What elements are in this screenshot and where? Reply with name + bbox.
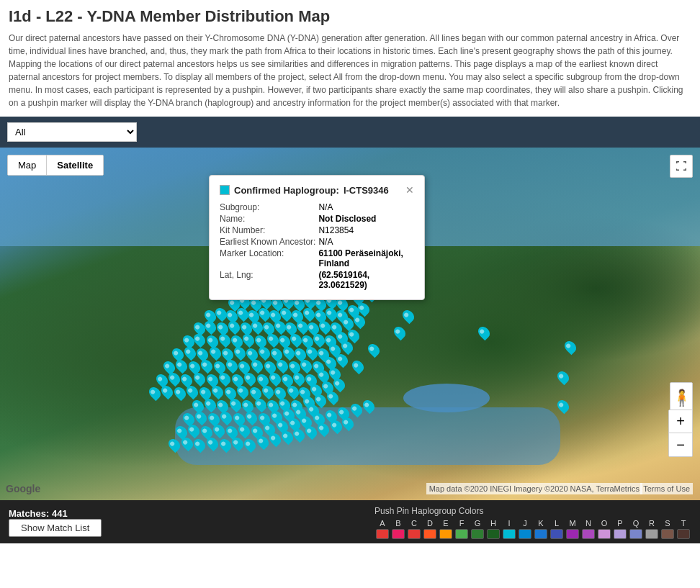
legend-item-swatch (582, 529, 595, 539)
kit-value: N123854 (318, 225, 414, 236)
terms-link[interactable]: Terms of Use (640, 483, 693, 494)
legend-item-swatch (629, 529, 642, 539)
subgroup-value: N/A (318, 202, 414, 213)
kit-label: Kit Number: (220, 225, 318, 236)
legend-item-label: B (395, 519, 400, 528)
legend-item-swatch (566, 529, 579, 539)
page-wrapper: I1d - L22 - Y-DNA Member Distribution Ma… (0, 0, 700, 543)
legend-item-label: I (508, 519, 510, 528)
info-popup: Confirmed Haplogroup: I-CTS9346 ✕ Subgro… (209, 175, 425, 300)
legend-item-swatch (661, 529, 674, 539)
legend-item-swatch (376, 529, 389, 539)
popup-title: Confirmed Haplogroup: I-CTS9346 (220, 185, 389, 196)
legend-item-swatch (614, 529, 627, 539)
legend-section: Push Pin Haplogroup Colors ABCDEFGHIJKLM… (374, 506, 691, 539)
matches-label: Matches: (9, 508, 49, 519)
marker-value: 61100 Peräseinäjoki, Finland (318, 248, 414, 269)
legend-item: H (487, 519, 500, 539)
legend-item-label: Q (633, 519, 640, 528)
ancestor-value: N/A (318, 236, 414, 248)
popup-data-table: Subgroup: N/A Name: Not Disclosed Kit Nu… (220, 202, 414, 291)
popup-close-button[interactable]: ✕ (405, 184, 414, 196)
subgroup-label: Subgroup: (220, 202, 318, 213)
latlng-label: Lat, Lng: (220, 269, 318, 291)
matches-value: 441 (52, 508, 68, 519)
fullscreen-button[interactable] (670, 155, 693, 178)
legend-item: I (503, 519, 516, 539)
legend-item: G (471, 519, 484, 539)
legend-item: F (455, 519, 468, 539)
page-title: I1d - L22 - Y-DNA Member Distribution Ma… (0, 0, 700, 29)
zoom-out-button[interactable]: − (669, 433, 692, 456)
legend-item: T (677, 519, 690, 539)
legend-item: J (519, 519, 531, 539)
legend-item-swatch (471, 529, 484, 539)
legend-item: Q (629, 519, 642, 539)
legend-item: L (550, 519, 563, 539)
controls-bar: All (0, 117, 700, 148)
matches-count: Matches: 441 (9, 508, 90, 519)
latlng-value: (62.5619164, 23.0621529) (318, 269, 414, 291)
popup-color-swatch (220, 185, 230, 195)
legend-item-swatch (392, 529, 405, 539)
legend-item-swatch (408, 529, 421, 539)
legend-item: C (408, 519, 421, 539)
legend-item-label: P (617, 519, 622, 528)
legend-item-swatch (519, 529, 531, 539)
show-match-list-button[interactable]: Show Match List (9, 519, 102, 537)
legend-item: M (566, 519, 579, 539)
legend-item: A (376, 519, 389, 539)
legend-item-swatch (423, 529, 436, 539)
legend-item: D (423, 519, 436, 539)
legend-item-label: D (427, 519, 433, 528)
legend-item-label: A (380, 519, 385, 528)
legend-item: N (582, 519, 595, 539)
legend-item-swatch (645, 529, 658, 539)
legend-item-label: K (538, 519, 543, 528)
legend-item-label: H (490, 519, 496, 528)
legend-item: O (598, 519, 611, 539)
map-type-toggle: Map Satellite (7, 155, 104, 176)
legend-item-label: T (681, 519, 686, 528)
legend-item: B (392, 519, 405, 539)
legend-item-swatch (550, 529, 563, 539)
legend-item-label: S (665, 519, 670, 528)
zoom-controls: + − (668, 410, 693, 457)
bottom-bar: Matches: 441 Show Match List Push Pin Ha… (0, 500, 700, 543)
legend-item-label: O (601, 519, 608, 528)
marker-label: Marker Location: (220, 248, 318, 269)
legend-item-label: M (569, 519, 575, 528)
map-view-button[interactable]: Map (8, 155, 47, 175)
legend-item-swatch (677, 529, 690, 539)
google-label: Google (6, 483, 40, 494)
legend-item-label: F (459, 519, 465, 528)
legend-item-swatch (503, 529, 516, 539)
subgroup-dropdown[interactable]: All (7, 122, 137, 142)
legend-item-swatch (455, 529, 468, 539)
legend-title: Push Pin Haplogroup Colors (374, 506, 483, 516)
ancestor-label: Earliest Known Ancestor: (220, 236, 318, 248)
map-attribution: Map data ©2020 INEGI Imagery ©2020 NASA,… (426, 483, 642, 494)
legend-item-label: E (443, 519, 448, 528)
legend-item-swatch (534, 529, 547, 539)
legend-item-swatch (487, 529, 500, 539)
legend-item-swatch (439, 529, 452, 539)
satellite-view-button[interactable]: Satellite (47, 155, 103, 175)
legend-item-swatch (598, 529, 611, 539)
legend-item-label: N (585, 519, 591, 528)
legend-item-label: G (475, 519, 481, 528)
description-text: Our direct paternal ancestors have passe… (0, 29, 700, 117)
legend-item: S (661, 519, 674, 539)
name-label: Name: (220, 213, 318, 225)
popup-confirmed-label: Confirmed Haplogroup: (234, 185, 339, 196)
legend-item-label: L (555, 519, 559, 528)
legend-item-label: R (649, 519, 655, 528)
legend-item-label: J (523, 519, 527, 528)
name-value: Not Disclosed (318, 213, 414, 225)
legend-item: P (614, 519, 627, 539)
popup-header: Confirmed Haplogroup: I-CTS9346 ✕ (220, 184, 414, 196)
legend-colors-row: ABCDEFGHIJKLMNOPQRST (374, 519, 691, 539)
legend-item-label: C (411, 519, 417, 528)
zoom-in-button[interactable]: + (669, 410, 692, 433)
left-bottom-section: Matches: 441 Show Match List (9, 508, 102, 537)
